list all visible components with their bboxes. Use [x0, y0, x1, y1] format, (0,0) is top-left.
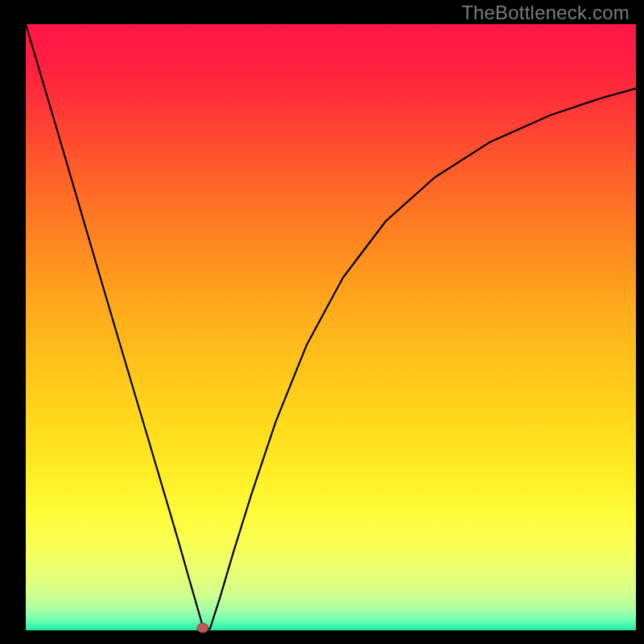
optimal-point-marker	[197, 623, 208, 633]
plot-background	[26, 24, 636, 630]
chart-frame: { "watermark": "TheBottleneck.com", "col…	[0, 0, 644, 644]
chart-svg	[0, 0, 644, 644]
